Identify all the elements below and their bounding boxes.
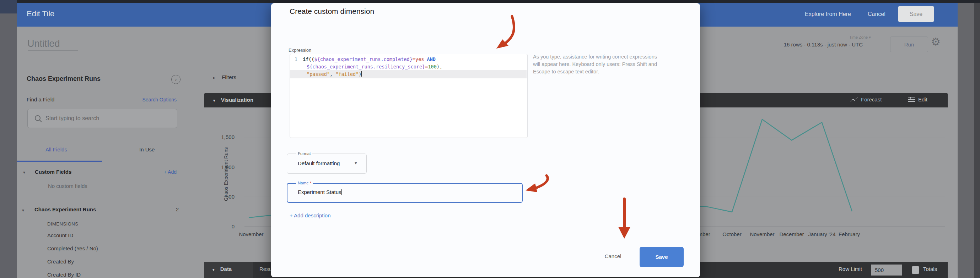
field-item-account-id[interactable]: Account ID: [47, 232, 73, 238]
data-section-header[interactable]: ▾ Data: [213, 266, 232, 272]
timezone-label-text: Time Zone: [849, 35, 868, 39]
group-caret-icon[interactable]: ▾: [22, 208, 24, 213]
add-custom-field-button[interactable]: + Add: [156, 169, 177, 175]
dimmed-background-right-edge: [974, 3, 980, 278]
tab-all-fields[interactable]: All Fields: [46, 147, 67, 152]
filters-section-header[interactable]: ▸ Filters: [213, 74, 236, 80]
x-tick-label: December: [779, 231, 804, 237]
modal-title: Create custom dimension: [290, 7, 374, 16]
explore-from-here-button[interactable]: Explore from Here: [805, 11, 851, 17]
expression-help-text: As you type, assistance for writing corr…: [533, 53, 658, 76]
field-item-created-by[interactable]: Created By: [47, 259, 74, 265]
background-page-corner: [0, 0, 17, 13]
query-status-text: 16 rows · 0.113s · just now · UTC: [725, 41, 863, 47]
dimmed-background-right: [958, 3, 974, 278]
visualization-label: Visualization: [221, 97, 253, 103]
search-placeholder: Start typing to search: [46, 115, 99, 122]
y-tick-label: 0: [210, 223, 234, 229]
field-group-count-badge: 2: [167, 206, 179, 212]
expression-code-line-1[interactable]: if((${chaos_experiment_runs.completed}=y…: [303, 56, 436, 62]
x-tick-label: November: [239, 231, 263, 237]
text-cursor: [342, 190, 342, 195]
custom-fields-caret-icon[interactable]: ▾: [23, 170, 25, 175]
editor-line-number: 1: [294, 56, 298, 62]
active-tab-underline: [17, 161, 102, 162]
x-tick-label: November: [750, 231, 774, 237]
query-stats: 16 rows · 0.113s · just now ·: [784, 41, 850, 47]
timezone-dropdown-label[interactable]: Time Zone ▾: [849, 35, 883, 40]
gear-icon[interactable]: ⚙: [931, 35, 940, 48]
find-a-field-label: Find a Field: [27, 96, 54, 103]
name-label: Name *: [296, 181, 313, 185]
data-label: Data: [220, 266, 232, 272]
format-label: Format: [296, 152, 312, 156]
tab-in-use[interactable]: In Use: [139, 147, 154, 152]
field-item-completed[interactable]: Completed (Yes / No): [47, 245, 98, 251]
browser-chrome-strip: [0, 0, 980, 3]
tile-title-input[interactable]: Untitled: [27, 38, 60, 49]
edit-viz-button[interactable]: Edit: [908, 96, 928, 103]
expression-label: Expression: [288, 47, 311, 53]
expression-code-line-3[interactable]: "passed", "failed"): [307, 71, 362, 77]
modal-save-button[interactable]: Save: [640, 247, 684, 267]
visualization-caret-icon: ▾: [213, 98, 215, 103]
format-selected-value: Default formatting: [298, 160, 340, 166]
search-options-link[interactable]: Search Options: [121, 97, 177, 103]
field-item-created-by-id[interactable]: Created By ID: [47, 272, 81, 278]
forecast-label: Forecast: [861, 96, 881, 103]
totals-checkbox[interactable]: [912, 266, 919, 274]
data-caret-icon: ▾: [213, 267, 215, 272]
window-title: Edit Tile: [27, 9, 54, 19]
create-custom-dimension-modal: [271, 3, 700, 277]
custom-fields-section-label: Custom Fields: [35, 169, 72, 175]
collapse-panel-icon[interactable]: ‹: [171, 75, 180, 84]
field-picker-title: Chaos Experiment Runs: [27, 75, 100, 83]
y-tick-label: 1,000: [210, 164, 234, 170]
add-description-link[interactable]: + Add description: [290, 212, 331, 218]
forecast-icon: [850, 97, 858, 103]
modal-cancel-button[interactable]: Cancel: [597, 249, 629, 263]
timezone-value[interactable]: UTC: [852, 41, 863, 47]
x-tick-label: October: [722, 231, 741, 237]
window-cancel-button[interactable]: Cancel: [868, 11, 886, 17]
row-limit-label: Row Limit: [838, 266, 862, 272]
x-tick-label: January '24: [808, 231, 835, 237]
screen: Edit Tile Explore from Here Cancel Save …: [0, 0, 980, 278]
run-button[interactable]: Run: [890, 36, 928, 52]
y-tick-label: 500: [210, 194, 234, 200]
field-search-input[interactable]: Start typing to search: [27, 109, 177, 128]
dimensions-section-label: DIMENSIONS: [47, 221, 78, 227]
edit-viz-label: Edit: [918, 96, 928, 103]
y-tick-label: 1,500: [210, 134, 234, 140]
totals-label: Totals: [923, 266, 937, 272]
window-save-button[interactable]: Save: [898, 6, 934, 22]
visualization-header[interactable]: ▾ Visualization: [213, 97, 253, 103]
no-custom-fields-text: No custom fields: [48, 183, 88, 189]
forecast-button[interactable]: Forecast: [850, 96, 881, 103]
y-axis-title: Chaos Experiment Runs: [223, 147, 229, 201]
name-label-text: Name: [298, 181, 309, 185]
dimmed-background-left: [0, 3, 17, 278]
required-asterisk: *: [310, 181, 311, 185]
filters-caret-icon: ▸: [213, 75, 215, 80]
sliders-icon: [908, 97, 915, 103]
editor-cursor: [361, 71, 362, 77]
filters-label: Filters: [222, 74, 236, 80]
name-input-value: Experiment Status: [298, 189, 342, 195]
x-tick-label: February: [838, 231, 860, 237]
format-chevron-down-icon: ▾: [355, 160, 357, 166]
name-value-text: Experiment Status: [298, 189, 342, 195]
chevron-down-icon: ▾: [869, 35, 871, 39]
search-icon: [34, 115, 43, 123]
tile-title-underline: [28, 51, 78, 51]
row-limit-input[interactable]: 500: [871, 265, 902, 275]
field-group-label: Chaos Experiment Runs: [35, 206, 96, 212]
expression-code-line-2[interactable]: ${chaos_experiment_runs.resiliency_score…: [307, 64, 442, 70]
